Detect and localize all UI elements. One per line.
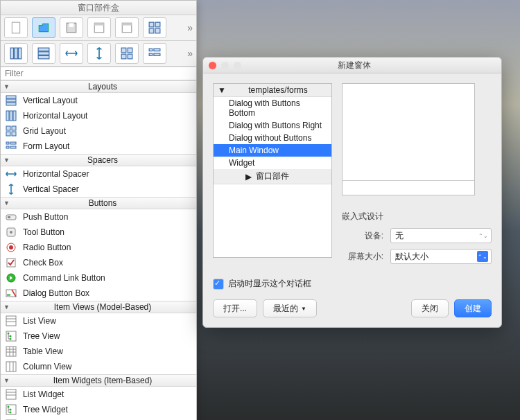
btn-check-icon: [5, 256, 17, 269]
open-file-button[interactable]: [32, 17, 55, 38]
widget-item-label: Horizontal Spacer: [23, 169, 89, 179]
open-button[interactable]: 打开...: [213, 299, 257, 317]
layout-grid-button[interactable]: [115, 43, 139, 64]
template-tree[interactable]: ▼templates/forms Dialog with Buttons Bot…: [213, 83, 332, 258]
layout-v-button[interactable]: [32, 43, 55, 64]
category-label: Buttons: [12, 198, 193, 208]
widget-item[interactable]: Radio Button: [1, 240, 196, 255]
chevron-down-icon: ▼: [301, 306, 306, 312]
show-on-startup-label: 启动时显示这个对话框: [228, 278, 311, 290]
recent-button[interactable]: 最近的▼: [263, 299, 317, 317]
widget-item[interactable]: Horizontal Spacer: [1, 166, 196, 182]
view-tree-icon: [5, 330, 17, 342]
widget-item[interactable]: Command Link Button: [1, 270, 196, 286]
widget-box-window: 窗口部件盒 » » ▼LayoutsVertical LayoutHorizon…: [0, 0, 197, 420]
widget-item[interactable]: List View: [1, 313, 196, 329]
widget-item[interactable]: Tree Widget: [1, 402, 196, 417]
show-on-startup-checkbox[interactable]: [213, 279, 224, 290]
close-button[interactable]: 关闭: [411, 299, 449, 317]
edit-widgets-button[interactable]: [143, 17, 166, 38]
widget-item[interactable]: List Widget: [1, 387, 196, 402]
category-label: Layouts: [12, 82, 193, 91]
template-item[interactable]: Dialog without Buttons: [214, 132, 331, 144]
widget-item-label: Dialog Button Box: [23, 288, 89, 298]
widget-list[interactable]: ▼LayoutsVertical LayoutHorizontal Layout…: [1, 80, 196, 420]
widget-item-label: Vertical Spacer: [23, 184, 79, 194]
widget-box-title: 窗口部件盒: [1, 1, 196, 15]
template-item[interactable]: Widget: [214, 157, 331, 169]
widget-item[interactable]: Push Button: [1, 209, 196, 225]
btn-dialogbox-icon: [5, 287, 17, 299]
toolbar-row-2: »: [1, 41, 196, 67]
template-item[interactable]: Dialog with Buttons Right: [214, 119, 331, 132]
save-file-button[interactable]: [60, 17, 83, 38]
btn-tool-icon: [5, 226, 17, 238]
category-header[interactable]: ▼Buttons: [1, 197, 196, 209]
layout-h-button[interactable]: [4, 43, 28, 64]
zoom-window-icon: [234, 62, 241, 69]
category-header[interactable]: ▼Layouts: [1, 80, 196, 93]
screen-size-label: 屏幕大小:: [342, 251, 383, 263]
widget-item[interactable]: Grid Layout: [1, 123, 196, 139]
preview-pane: [342, 83, 475, 195]
view-list-icon: [5, 315, 17, 327]
layout-form-button[interactable]: [143, 43, 166, 64]
view-column-icon: [5, 360, 17, 373]
expand-icon: ▼: [218, 85, 226, 95]
widget-item-label: Command Link Button: [23, 273, 105, 283]
category-header[interactable]: ▼Item Widgets (Item-Based): [1, 374, 196, 387]
close-window-icon[interactable]: [209, 62, 216, 69]
widget-item[interactable]: Check Box: [1, 255, 196, 270]
widget-item[interactable]: Horizontal Layout: [1, 108, 196, 123]
chevron-updown-icon: ⌃⌄: [478, 233, 488, 239]
new-file-button[interactable]: [4, 17, 28, 38]
screen-size-select[interactable]: 默认大小⌃⌄: [390, 249, 492, 264]
toolbar-overflow-2-icon[interactable]: »: [187, 48, 193, 59]
category-label: Item Views (Model-Based): [12, 302, 193, 312]
layout-vsplit-button[interactable]: [87, 43, 111, 64]
widget-item[interactable]: Table View: [1, 344, 196, 359]
widget-item-label: Vertical Layout: [23, 96, 78, 105]
template-item[interactable]: Main Window: [214, 144, 331, 157]
widget-item[interactable]: Form Layout: [1, 139, 196, 154]
widget-item[interactable]: Table Widget: [1, 417, 196, 420]
template-item[interactable]: Dialog with Buttons Bottom: [214, 97, 331, 119]
toolbar-overflow-1-icon[interactable]: »: [187, 22, 193, 33]
category-header[interactable]: ▼Spacers: [1, 154, 196, 166]
collapse-icon: ▶: [245, 172, 252, 182]
category-label: Spacers: [12, 155, 193, 165]
widget-item-label: Column View: [23, 362, 71, 371]
widget-item-label: Tree Widget: [23, 405, 68, 414]
tree-header-widgets[interactable]: ▶窗口部件: [214, 169, 331, 184]
widget-item-label: Check Box: [23, 258, 63, 268]
btn-radio-icon: [5, 241, 17, 254]
view-table-icon: [5, 345, 17, 358]
embedded-design-label: 嵌入式设计: [342, 211, 492, 222]
layout-grid-icon: [5, 125, 17, 137]
widget-item-label: Push Button: [23, 212, 68, 222]
widget-item[interactable]: Tool Button: [1, 225, 196, 240]
device-select[interactable]: 无⌃⌄: [390, 228, 492, 243]
spacer-v-icon: [5, 183, 17, 195]
layout-h-icon: [5, 110, 17, 122]
expand-icon: ▼: [3, 157, 12, 164]
widget-item[interactable]: Column View: [1, 359, 196, 374]
btn-push-icon: [5, 211, 17, 223]
widget-item[interactable]: Tree View: [1, 329, 196, 344]
filter-input[interactable]: [1, 67, 196, 80]
dialog-titlebar[interactable]: 新建窗体: [203, 58, 501, 73]
tree-header-templates[interactable]: ▼templates/forms: [214, 84, 331, 97]
widget-item[interactable]: Dialog Button Box: [1, 286, 196, 301]
window-button-2[interactable]: [115, 17, 139, 38]
layout-hsplit-button[interactable]: [60, 43, 83, 64]
minimize-window-icon: [221, 62, 229, 69]
create-button[interactable]: 创建: [454, 299, 492, 317]
widget-item-label: List Widget: [23, 390, 64, 399]
window-button-1[interactable]: [87, 17, 111, 38]
widget-item-label: Form Layout: [23, 141, 69, 151]
widget-item[interactable]: Vertical Spacer: [1, 182, 196, 197]
category-header[interactable]: ▼Item Views (Model-Based): [1, 301, 196, 313]
view-list-icon: [5, 388, 17, 401]
widget-item[interactable]: Vertical Layout: [1, 93, 196, 108]
expand-icon: ▼: [3, 83, 12, 90]
